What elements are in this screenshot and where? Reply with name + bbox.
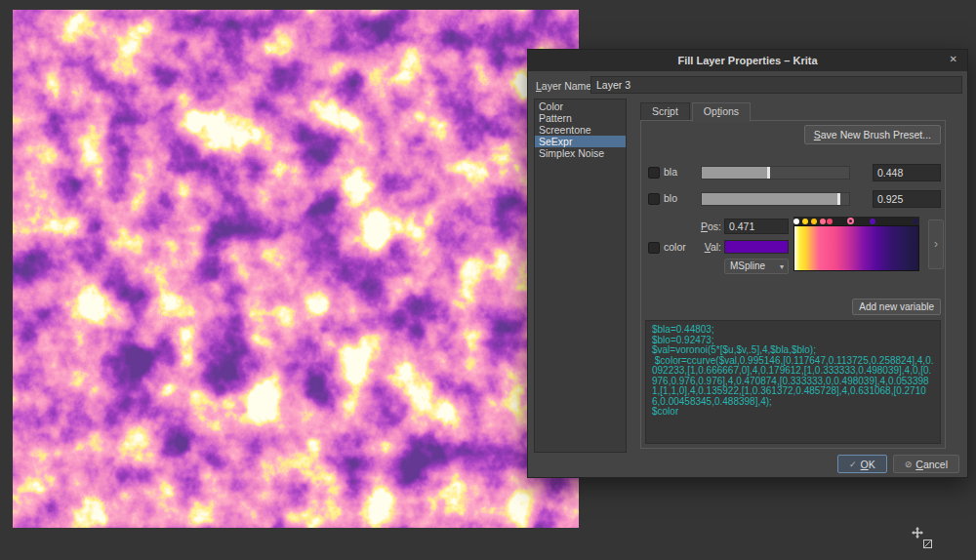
save-brush-preset-button[interactable]: Save New Brush Preset... — [804, 125, 941, 144]
tab-script[interactable]: Script — [640, 102, 690, 121]
gradient-stop[interactable] — [820, 219, 826, 224]
variable-row-blo: blo0.925 — [641, 190, 945, 210]
slider-handle[interactable] — [837, 193, 840, 205]
options-panel: Save New Brush Preset... bla0.448blo0.92… — [640, 120, 946, 449]
generator-list[interactable]: ColorPatternScreentoneSeExprSimplex Nois… — [534, 99, 627, 453]
gradient-stop[interactable] — [827, 219, 833, 224]
bla-slider[interactable] — [701, 166, 850, 180]
variable-row-bla: bla0.448 — [641, 164, 945, 183]
tab-bar: Script Options — [640, 102, 752, 121]
tab-options[interactable]: Options — [692, 102, 751, 122]
dialog-title: Fill Layer Properties – Krita — [677, 55, 817, 66]
slider-fill — [702, 193, 838, 205]
close-icon[interactable]: ✕ — [950, 54, 957, 64]
blo-value-field[interactable]: 0.925 — [873, 190, 941, 208]
gradient-stop[interactable] — [870, 219, 875, 224]
interpolation-dropdown[interactable]: MSpline ▾ — [724, 259, 789, 274]
gradient-stops-strip[interactable] — [793, 217, 919, 225]
bla-checkbox[interactable] — [648, 167, 660, 179]
blo-slider[interactable] — [701, 192, 850, 206]
layer-name-input[interactable] — [590, 76, 962, 94]
color-checkbox[interactable] — [648, 242, 660, 254]
add-new-variable-button[interactable]: Add new variable — [852, 299, 941, 315]
cancel-button[interactable]: ⊘ Cancel — [893, 455, 959, 473]
val-label: Val: — [678, 241, 721, 253]
interpolation-value: MSpline — [730, 260, 765, 271]
dialog-titlebar[interactable]: Fill Layer Properties – Krita ✕ — [528, 50, 967, 71]
list-item-seexpr[interactable]: SeExpr — [535, 136, 626, 147]
next-stop-button[interactable]: › — [928, 220, 944, 269]
list-item-simplex-noise[interactable]: Simplex Noise — [535, 147, 626, 159]
slider-fill — [702, 167, 768, 179]
gradient-stop[interactable] — [793, 219, 799, 224]
script-preview[interactable]: $bla=0.44803; $blo=0.92473; $val=voronoi… — [645, 320, 941, 444]
gradient-stop[interactable] — [913, 219, 918, 224]
bla-label: bla — [664, 166, 677, 178]
fill-layer-properties-dialog: Fill Layer Properties – Krita ✕ Layer Na… — [527, 49, 968, 478]
cancel-circle-icon: ⊘ — [905, 460, 913, 469]
pos-label: Pos: — [678, 220, 721, 232]
list-item-color[interactable]: Color — [535, 100, 626, 112]
gradient-preview[interactable] — [793, 225, 919, 271]
gradient-stop[interactable] — [802, 219, 808, 224]
color-variable-block: color Pos: 0.471 Val: MSpline ▾ › — [641, 217, 945, 277]
layer-name-label: Layer Name: — [536, 80, 594, 92]
color-swatch[interactable] — [724, 240, 789, 254]
chevron-down-icon: ▾ — [780, 260, 784, 274]
ok-button[interactable]: ✓ OK — [837, 455, 887, 473]
list-item-pattern[interactable]: Pattern — [535, 112, 626, 124]
gradient-widget[interactable] — [793, 217, 919, 271]
ok-label: OK — [861, 459, 875, 470]
blo-checkbox[interactable] — [648, 193, 660, 205]
pos-value-field[interactable]: 0.471 — [724, 219, 789, 234]
script-code: $bla=0.44803; $blo=0.92473; $val=voronoi… — [652, 325, 934, 418]
gradient-stop[interactable] — [811, 219, 817, 224]
cancel-label: Cancel — [915, 459, 948, 470]
slider-handle[interactable] — [767, 167, 770, 179]
gradient-stop[interactable] — [847, 218, 854, 224]
check-icon: ✓ — [849, 460, 857, 469]
list-item-screentone[interactable]: Screentone — [535, 124, 626, 136]
dialog-footer: ✓ OK ⊘ Cancel — [837, 455, 959, 473]
blo-label: blo — [664, 192, 677, 204]
bla-value-field[interactable]: 0.448 — [873, 164, 941, 181]
transform-cursor-icon — [922, 536, 933, 546]
canvas-image[interactable] — [13, 10, 579, 528]
